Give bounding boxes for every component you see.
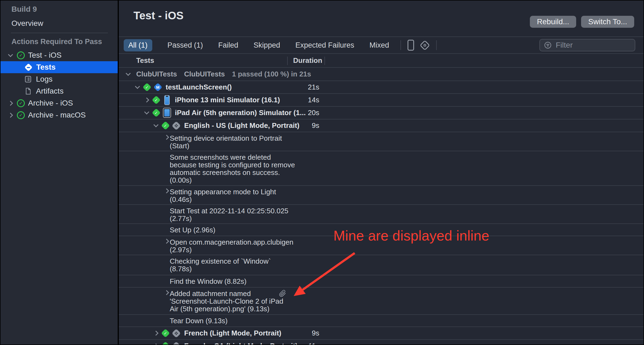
sidebar-tree: ✓ Test - iOS Tests Logs	[1, 49, 118, 121]
device-filter-icon[interactable]	[408, 40, 414, 51]
activity-step-row[interactable]: Setting device orientation to Portrait (…	[119, 132, 643, 151]
sidebar-item-label: Archive - iOS	[28, 99, 73, 107]
paperclip-icon	[279, 290, 286, 299]
passed-diamond-icon: ✓	[151, 108, 161, 118]
chevron-right-icon[interactable]	[153, 331, 159, 335]
config-gear-icon	[172, 341, 181, 345]
column-divider[interactable]	[287, 57, 288, 65]
sidebar-item-artifacts[interactable]: Artifacts	[1, 85, 118, 97]
sidebar-item-archive-ios[interactable]: ✓ Archive - iOS	[1, 97, 118, 109]
sidebar-item-label: Artifacts	[36, 87, 63, 96]
sidebar-item-label: Test - iOS	[28, 51, 62, 60]
annotation-text: Mine are displayed inline	[333, 227, 489, 244]
configuration-name: French - CA (Light Mode, Portrait)	[184, 342, 297, 344]
device-row[interactable]: ✓ iPad Air (5th generation) Simulator (1…	[119, 107, 643, 119]
test-summary: 1 passed (100 %) in 21s	[232, 70, 311, 78]
passed-diamond-icon: ✓	[161, 121, 170, 130]
test-plan-config-icon[interactable]	[420, 40, 430, 50]
check-circle-icon: ✓	[17, 99, 25, 107]
test-method-row[interactable]: ✓ M testLaunchScreen() 21s	[119, 81, 643, 94]
tab-skipped[interactable]: Skipped	[254, 41, 280, 50]
activity-step-row[interactable]: Some screenshots were deleted because te…	[119, 151, 643, 186]
ipad-icon	[162, 108, 172, 118]
device-name: iPad Air (5th generation) Simulator (1..…	[175, 109, 306, 117]
configuration-row[interactable]: ✓ French - CA (Light Mode, Portrait) 11s	[119, 340, 643, 344]
action-header: Test - iOS Rebuild... Switch To...	[119, 1, 643, 37]
activity-step-row[interactable]: Setting appearance mode to Light (0.46s)	[119, 186, 643, 205]
check-circle-icon: ✓	[17, 51, 25, 59]
step-description: Open com.macgeneration.app.clubigen (2.9…	[170, 236, 322, 254]
filter-field[interactable]	[539, 39, 635, 51]
tests-column-header[interactable]: Tests	[136, 56, 154, 65]
sidebar-item-test-ios[interactable]: ✓ Test - iOS	[1, 49, 118, 61]
chevron-down-icon[interactable]	[153, 124, 159, 127]
step-description: Setting appearance mode to Light (0.46s)	[170, 186, 322, 203]
build-title: Build 9	[11, 5, 118, 14]
configuration-name: English - US (Light Mode, Portrait)	[184, 121, 299, 130]
test-bundle-name: ClubUITests	[136, 70, 177, 78]
sidebar-item-overview[interactable]: Overview	[11, 19, 118, 28]
chevron-down-icon[interactable]	[125, 72, 131, 76]
test-group-row[interactable]: ClubUITests ClubUITests 1 passed (100 %)…	[119, 68, 643, 81]
iphone-icon	[162, 96, 172, 105]
tab-mixed[interactable]: Mixed	[369, 41, 389, 50]
check-circle-icon: ✓	[17, 111, 25, 119]
tab-expected-failures[interactable]: Expected Failures	[295, 41, 354, 50]
sidebar-divider	[11, 33, 108, 33]
configuration-row[interactable]: ✓ English - US (Light Mode, Portrait) 9s	[119, 119, 643, 132]
step-description: Checking existence of `Window` (8.78s)	[170, 255, 322, 273]
device-name: iPhone 13 mini Simulator (16.1)	[175, 96, 280, 104]
passed-diamond-icon: ✓	[161, 329, 170, 338]
duration-column-header[interactable]: Duration	[293, 56, 322, 65]
chevron-right-icon[interactable]	[163, 239, 170, 243]
attachment-step-row[interactable]: Added attachment named 'Screenshot-Launc…	[119, 288, 643, 315]
step-description: Added attachment named 'Screenshot-Launc…	[170, 288, 322, 313]
chevron-right-icon[interactable]	[7, 101, 14, 105]
chevron-down-icon[interactable]	[143, 111, 150, 115]
document-icon	[23, 87, 33, 96]
column-divider[interactable]	[324, 57, 325, 65]
passed-diamond-icon: ✓	[161, 341, 170, 345]
duration-value: 11s	[287, 342, 319, 344]
sidebar-section-header: Actions Required To Pass	[11, 38, 118, 46]
step-description: Find the Window (8.82s)	[170, 275, 322, 285]
toolbar-divider	[400, 40, 401, 50]
test-filter-bar: All (1) Passed (1) Failed Skipped Expect…	[119, 37, 643, 54]
tab-failed[interactable]: Failed	[218, 41, 238, 50]
logs-icon	[23, 75, 33, 84]
test-diamond-icon	[25, 63, 33, 71]
sidebar-item-tests[interactable]: Tests	[1, 61, 118, 73]
report-sidebar: Build 9 Overview Actions Required To Pas…	[1, 1, 118, 344]
activity-step-row[interactable]: Start Test at 2022-11-14 02:25:50.025 (2…	[119, 205, 643, 224]
chevron-right-icon[interactable]	[153, 344, 159, 344]
filter-icon	[544, 41, 552, 49]
passed-diamond-icon: ✓	[142, 83, 151, 92]
configuration-name: French (Light Mode, Portrait)	[184, 329, 281, 337]
activity-step-row[interactable]: Checking existence of `Window` (8.78s)	[119, 255, 643, 275]
page-title: Test - iOS	[133, 10, 184, 22]
chevron-right-icon[interactable]	[163, 291, 170, 294]
sidebar-item-label: Tests	[36, 63, 56, 72]
chevron-down-icon[interactable]	[7, 54, 14, 57]
sidebar-item-archive-macos[interactable]: ✓ Archive - macOS	[1, 109, 118, 121]
activity-step-row[interactable]: Tear Down (9.13s)	[119, 315, 643, 327]
chevron-right-icon[interactable]	[163, 135, 170, 139]
table-header: Tests Duration	[119, 54, 643, 68]
chevron-right-icon[interactable]	[7, 113, 14, 117]
activity-step-row[interactable]: Find the Window (8.82s)	[119, 275, 643, 288]
chevron-right-icon[interactable]	[163, 189, 170, 193]
chevron-down-icon[interactable]	[134, 85, 141, 89]
switch-to-button[interactable]: Switch To...	[581, 16, 634, 28]
configuration-row[interactable]: ✓ French (Light Mode, Portrait) 9s	[119, 327, 643, 340]
step-description: Tear Down (9.13s)	[170, 315, 322, 325]
tab-passed[interactable]: Passed (1)	[168, 41, 203, 50]
device-row[interactable]: ✓ iPhone 13 mini Simulator (16.1) 14s	[119, 94, 643, 107]
duration-value: 20s	[287, 109, 319, 117]
sidebar-item-label: Archive - macOS	[28, 111, 86, 119]
sidebar-item-logs[interactable]: Logs	[1, 73, 118, 85]
filter-input[interactable]	[555, 41, 626, 50]
rebuild-button[interactable]: Rebuild...	[530, 16, 576, 28]
duration-value: 9s	[287, 329, 319, 337]
tab-all[interactable]: All (1)	[124, 39, 152, 51]
chevron-right-icon[interactable]	[143, 98, 150, 102]
